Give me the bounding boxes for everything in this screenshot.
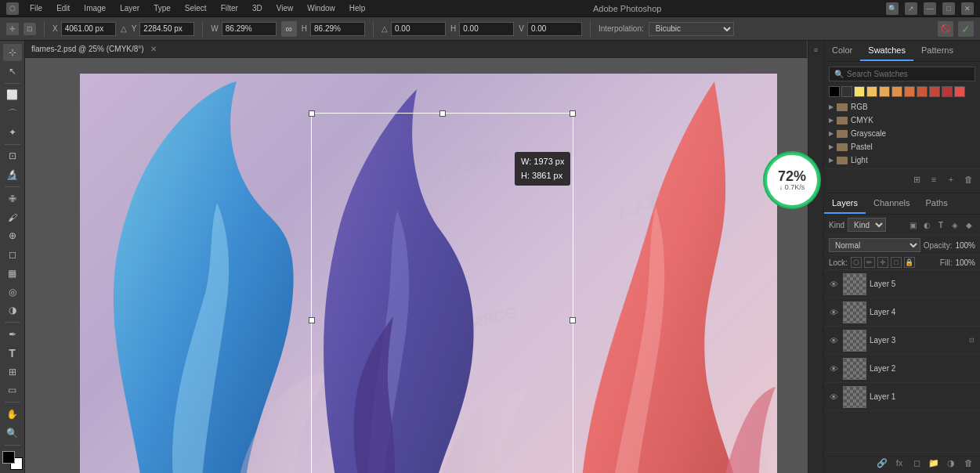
marquee-tool[interactable]: ⬜ xyxy=(3,86,22,103)
swatches-view-icon[interactable]: ⊞ xyxy=(909,172,924,186)
lock-artboard-icon[interactable]: □ xyxy=(891,257,902,268)
layer-link-icon[interactable]: 🔗 xyxy=(875,456,889,470)
swatch-4[interactable] xyxy=(879,86,890,97)
layer-row-4[interactable]: 👁 Layer 4 xyxy=(824,298,980,327)
swatch-9[interactable] xyxy=(942,86,953,97)
swatch-3[interactable] xyxy=(866,86,877,97)
selection-tool[interactable]: ⊹ xyxy=(3,44,22,61)
swatch-group-pastel[interactable]: ▶ Pastel xyxy=(824,140,980,153)
vskew-input[interactable]: 0.00 xyxy=(527,22,582,36)
lock-move-icon[interactable]: ✛ xyxy=(877,257,888,268)
menu-file[interactable]: File xyxy=(27,2,45,14)
blend-mode-select[interactable]: Normal Multiply Screen xyxy=(829,238,920,252)
dodge-tool[interactable]: ◑ xyxy=(3,301,22,319)
swatches-delete-icon[interactable]: 🗑 xyxy=(961,172,975,186)
swatch-group-rgb[interactable]: ▶ RGB xyxy=(824,100,980,114)
filter-shape-icon[interactable]: ◈ xyxy=(949,218,961,231)
lock-all-icon[interactable]: 🔒 xyxy=(904,257,915,268)
swatches-add-icon[interactable]: + xyxy=(944,172,958,186)
healing-tool[interactable]: ✙ xyxy=(3,190,22,208)
layer-row-1[interactable]: 👁 Layer 1 xyxy=(824,383,980,411)
window-maximize-icon[interactable]: □ xyxy=(942,2,955,15)
gradient-tool[interactable]: ▦ xyxy=(3,265,22,282)
hand-tool[interactable]: ✋ xyxy=(3,406,22,423)
layer-row-2[interactable]: 👁 Layer 2 xyxy=(824,355,980,383)
window-minimize-icon[interactable]: — xyxy=(924,2,936,15)
no-entry-icon[interactable]: 🚫 xyxy=(938,21,953,37)
tab-color[interactable]: Color xyxy=(824,41,860,61)
swatch-group-grayscale[interactable]: ▶ Grayscale xyxy=(824,127,980,140)
menu-layer[interactable]: Layer xyxy=(117,2,143,14)
layer-row-5[interactable]: 👁 Layer 5 xyxy=(824,270,980,298)
swatch-6[interactable] xyxy=(904,86,915,97)
canvas-close-button[interactable]: ✕ xyxy=(150,45,157,53)
lock-transparency-icon[interactable]: ⬡ xyxy=(851,257,862,268)
tab-paths[interactable]: Paths xyxy=(918,193,956,214)
layer-group-icon[interactable]: 📁 xyxy=(927,456,941,470)
canvas-tab[interactable]: flames-2.psd @ 25% (CMYK/8°) ✕ xyxy=(25,41,808,58)
swatch-group-cmyk[interactable]: ▶ CMYK xyxy=(824,114,980,127)
filter-type-icon[interactable]: T xyxy=(935,218,947,231)
kind-select[interactable]: Kind xyxy=(848,218,886,232)
menu-3d[interactable]: 3D xyxy=(249,2,266,14)
shape-tool[interactable]: ▭ xyxy=(3,381,22,399)
blur-tool[interactable]: ◎ xyxy=(3,283,22,301)
menu-image[interactable]: Image xyxy=(81,2,109,14)
swatch-group-light[interactable]: ▶ Light xyxy=(824,153,980,167)
filter-pixel-icon[interactable]: ▣ xyxy=(906,218,919,231)
layer-adjust-icon[interactable]: ◑ xyxy=(944,456,958,470)
swatch-1[interactable] xyxy=(841,86,852,97)
swatch-2[interactable] xyxy=(854,86,865,97)
menu-view[interactable]: View xyxy=(273,2,297,14)
pen-tool[interactable]: ✒ xyxy=(3,326,22,343)
swatch-7[interactable] xyxy=(917,86,928,97)
direct-selection-tool[interactable]: ↖ xyxy=(3,63,22,80)
menu-window[interactable]: Window xyxy=(304,2,338,14)
layer-1-visibility-icon[interactable]: 👁 xyxy=(827,391,840,403)
path-select-tool[interactable]: ⊞ xyxy=(3,363,22,381)
layer-4-visibility-icon[interactable]: 👁 xyxy=(827,306,840,319)
h-input[interactable]: 86.29% xyxy=(310,22,365,36)
search-icon[interactable]: 🔍 xyxy=(886,2,899,15)
swatches-list-icon[interactable]: ≡ xyxy=(927,172,941,186)
window-close-icon[interactable]: ✕ xyxy=(961,2,974,15)
zoom-tool[interactable]: 🔍 xyxy=(3,424,22,442)
filter-adjust-icon[interactable]: ◐ xyxy=(920,218,933,231)
menu-type[interactable]: Type xyxy=(150,2,174,14)
move-tool-icon[interactable]: ✛ xyxy=(6,23,19,35)
foreground-color-box[interactable] xyxy=(2,451,15,464)
type-tool[interactable]: T xyxy=(3,345,22,362)
menu-edit[interactable]: Edit xyxy=(53,2,73,14)
x-input[interactable]: 4061.00 px xyxy=(61,22,116,36)
search-swatches-bar[interactable]: 🔍 xyxy=(829,67,975,81)
layer-3-visibility-icon[interactable]: 👁 xyxy=(827,334,840,347)
y-input[interactable]: 2284.50 px xyxy=(139,22,194,36)
lock-paint-icon[interactable]: ✏ xyxy=(864,257,875,268)
confirm-icon[interactable]: ✓ xyxy=(958,21,974,37)
w-input[interactable]: 86.29% xyxy=(222,22,277,36)
layer-row-3[interactable]: 👁 Layer 3 ⊡ xyxy=(824,327,980,355)
hskew-input[interactable]: 0.00 xyxy=(459,22,514,36)
foreground-background-colors[interactable] xyxy=(2,451,23,470)
link-icon[interactable]: ∞ xyxy=(281,21,297,37)
brush-tool[interactable]: 🖌 xyxy=(3,209,22,226)
tab-channels[interactable]: Channels xyxy=(866,193,917,214)
lasso-tool[interactable]: ⌒ xyxy=(3,105,22,122)
interpolation-select[interactable]: Bicubic Bilinear Nearest Neighbor xyxy=(649,22,734,36)
menu-help[interactable]: Help xyxy=(346,2,369,14)
swatch-10[interactable] xyxy=(954,86,965,97)
clone-tool[interactable]: ⊕ xyxy=(3,227,22,244)
layer-5-visibility-icon[interactable]: 👁 xyxy=(827,278,840,291)
layer-delete-icon[interactable]: 🗑 xyxy=(961,456,975,470)
filter-smart-icon[interactable]: ◆ xyxy=(963,218,975,231)
angle-input[interactable]: 0.00 xyxy=(391,22,446,36)
layer-2-visibility-icon[interactable]: 👁 xyxy=(827,363,840,375)
menu-select[interactable]: Select xyxy=(182,2,210,14)
tab-swatches[interactable]: Swatches xyxy=(860,41,913,61)
swatch-8[interactable] xyxy=(929,86,940,97)
quick-select-tool[interactable]: ✦ xyxy=(3,124,22,141)
tab-patterns[interactable]: Patterns xyxy=(913,41,961,61)
transform-icon[interactable]: ⊡ xyxy=(24,23,36,35)
share-icon[interactable]: ↗ xyxy=(905,2,917,15)
eyedropper-tool[interactable]: 🔬 xyxy=(3,166,22,183)
